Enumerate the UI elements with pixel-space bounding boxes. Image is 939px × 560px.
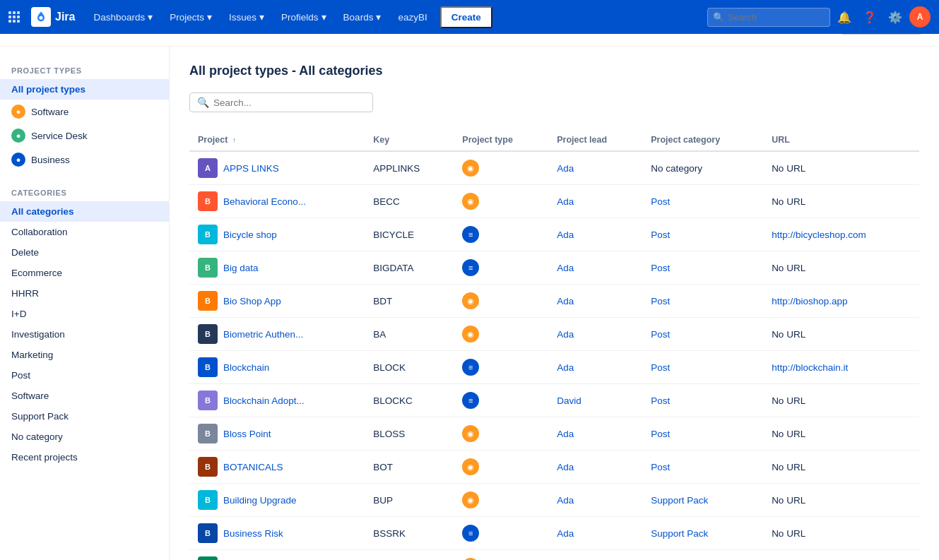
category-link[interactable]: Post	[651, 362, 670, 373]
project-link[interactable]: Behavioral Econo...	[223, 196, 306, 207]
search-bar-wrap: 🔍	[707, 8, 830, 27]
category-link[interactable]: Post	[651, 329, 670, 340]
nav-boards[interactable]: Boards ▾	[336, 7, 389, 27]
project-search-bar: 🔍	[189, 93, 373, 112]
sidebar-item-business[interactable]: ● Business	[0, 148, 169, 172]
project-key: BLOCKC	[373, 395, 413, 406]
category-link[interactable]: Post	[651, 462, 670, 472]
create-button[interactable]: Create	[440, 6, 492, 28]
project-key-cell: BOT	[365, 451, 454, 484]
lead-link[interactable]: Ada	[557, 429, 574, 439]
sidebar-item-id[interactable]: I+D	[0, 304, 169, 324]
lead-link[interactable]: Ada	[557, 163, 574, 174]
lead-link[interactable]: Ada	[557, 462, 574, 472]
category-link[interactable]: Post	[651, 263, 670, 273]
project-category-cell: Post	[642, 384, 763, 417]
sidebar-item-no-category[interactable]: No category	[0, 427, 169, 447]
lead-link[interactable]: Ada	[557, 230, 574, 240]
nav-profields[interactable]: Profields ▾	[274, 7, 333, 27]
project-key-cell: BUP	[365, 484, 454, 517]
jira-logo[interactable]: Jira	[31, 7, 75, 27]
topnav-search-input[interactable]	[707, 8, 830, 27]
project-link[interactable]: Building Upgrade	[223, 495, 297, 506]
project-category-cell: Post	[642, 251, 763, 285]
sidebar-item-delete[interactable]: Delete	[0, 242, 169, 263]
category-link[interactable]: Post	[651, 196, 670, 207]
project-link[interactable]: BOTANICALS	[223, 462, 283, 472]
category-link[interactable]: Support Pack	[651, 528, 708, 539]
nav-projects[interactable]: Projects ▾	[163, 7, 219, 27]
settings-button[interactable]: ⚙️	[884, 6, 906, 28]
category-link[interactable]: Support Pack	[651, 495, 708, 506]
project-avatar: C	[198, 556, 218, 560]
project-type-icon: ◉	[462, 326, 479, 342]
sidebar-item-marketing[interactable]: Marketing	[0, 345, 169, 365]
lead-link[interactable]: Ada	[557, 528, 574, 539]
help-button[interactable]: ❓	[858, 6, 881, 28]
col-category[interactable]: Project category	[642, 129, 763, 151]
sidebar-item-recent-projects[interactable]: Recent projects	[0, 447, 169, 467]
user-avatar[interactable]: A	[909, 6, 931, 28]
col-key[interactable]: Key	[365, 129, 454, 151]
url-link[interactable]: http://blockchain.it	[772, 362, 848, 373]
sidebar-item-software-cat[interactable]: Software	[0, 386, 169, 406]
app-switcher-button[interactable]	[8, 11, 23, 23]
table-row: A APPS LINKS APPLINKS ◉ Ada No category …	[189, 151, 919, 185]
project-lead-cell: Ada	[548, 550, 642, 561]
url-text: No URL	[772, 196, 805, 207]
sidebar-item-label: Service Desk	[31, 131, 88, 141]
category-link[interactable]: Post	[651, 429, 670, 439]
sidebar-item-ecommerce[interactable]: Ecommerce	[0, 263, 169, 283]
project-type-icon: ◉	[462, 425, 479, 442]
sidebar-item-support-pack[interactable]: Support Pack	[0, 406, 169, 427]
project-link[interactable]: Big data	[223, 263, 259, 273]
project-name-cell: B Bicycle shop	[189, 218, 365, 251]
url-link[interactable]: http://bioshop.app	[772, 296, 847, 306]
project-link[interactable]: Bio Shop App	[223, 296, 281, 306]
sidebar-item-software[interactable]: ● Software	[0, 100, 169, 124]
project-category-cell: Post	[642, 185, 763, 218]
col-project-type[interactable]: Project type	[454, 129, 548, 151]
url-link[interactable]: http://bicycleshop.com	[772, 230, 866, 240]
category-link[interactable]: Post	[651, 230, 670, 240]
project-category-cell: Post	[642, 451, 763, 484]
lead-link[interactable]: Ada	[557, 263, 574, 273]
col-url[interactable]: URL	[763, 129, 919, 151]
project-link[interactable]: Blockchain Adopt...	[223, 395, 305, 406]
col-project[interactable]: Project ↑	[189, 129, 365, 151]
category-link[interactable]: Post	[651, 395, 670, 406]
sidebar-item-collaboration[interactable]: Collaboration	[0, 222, 169, 242]
sidebar-item-all-categories[interactable]: All categories	[0, 201, 169, 222]
project-category-cell: Support Pack	[642, 517, 763, 550]
project-url-cell: No URL	[763, 417, 919, 451]
project-category-cell: Post	[642, 417, 763, 451]
project-link[interactable]: APPS LINKS	[223, 163, 279, 174]
project-search-input[interactable]	[213, 97, 365, 108]
project-link[interactable]: Biometric Authen...	[223, 329, 303, 340]
project-link[interactable]: Bloss Point	[223, 429, 271, 439]
project-link[interactable]: Blockchain	[223, 362, 269, 373]
lead-link[interactable]: Ada	[557, 296, 574, 306]
lead-link[interactable]: David	[557, 395, 581, 406]
sidebar-item-service-desk[interactable]: ● Service Desk	[0, 124, 169, 148]
project-name-cell: B Blockchain	[189, 351, 365, 384]
nav-issues[interactable]: Issues ▾	[222, 7, 271, 27]
sidebar-item-post[interactable]: Post	[0, 365, 169, 386]
lead-link[interactable]: Ada	[557, 362, 574, 373]
project-key-cell: BECC	[365, 185, 454, 218]
nav-eazybi[interactable]: eazyBI	[391, 8, 434, 27]
nav-dashboards[interactable]: Dashboards ▾	[86, 7, 160, 27]
notifications-button[interactable]: 🔔	[833, 6, 856, 28]
sidebar-item-investigation[interactable]: Investigation	[0, 324, 169, 345]
lead-link[interactable]: Ada	[557, 495, 574, 506]
sidebar-item-all-project-types[interactable]: All project types	[0, 79, 169, 100]
category-link[interactable]: Post	[651, 296, 670, 306]
col-lead[interactable]: Project lead	[548, 129, 642, 151]
lead-link[interactable]: Ada	[557, 196, 574, 207]
project-link[interactable]: Business Risk	[223, 528, 283, 539]
project-type-cell: ◉	[454, 318, 548, 351]
sidebar-item-hhrr[interactable]: HHRR	[0, 283, 169, 304]
project-link[interactable]: Bicycle shop	[223, 230, 277, 240]
lead-link[interactable]: Ada	[557, 329, 574, 340]
table-row: B Bio Shop App BDT ◉ Ada Post http://bio…	[189, 285, 919, 318]
